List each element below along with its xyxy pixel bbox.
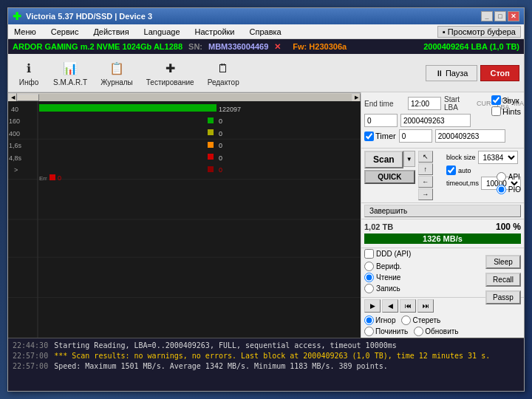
menu-item-service[interactable]: Сервис [48, 27, 82, 37]
device-lba: 2000409264 LBA (1,0 TB) [423, 42, 519, 51]
right-panel: End time Start LBA CUR End LBA MAX [361, 92, 524, 338]
size-percent-row: 1,02 TB 100 % [364, 222, 521, 232]
editor-label: Редактор [208, 78, 239, 86]
speed-badge: 1326 MB/s [364, 233, 521, 244]
scan-button[interactable]: Scan [364, 151, 403, 168]
hints-checkbox[interactable] [491, 106, 501, 116]
size-label: 1,02 TB [364, 222, 393, 231]
window-title: Victoria 5.37 HDD/SSD | Device 3 [26, 12, 152, 21]
hints-label: Hints [502, 107, 521, 116]
ddd-label: DDD (API) [376, 250, 411, 258]
pause-button[interactable]: ⏸ Пауза [426, 65, 478, 81]
close-button[interactable]: ✕ [508, 11, 519, 21]
arrow-up-icon[interactable]: ↑ [418, 163, 433, 175]
options-section: Игнор Стереть Починить [361, 314, 524, 338]
play-icon[interactable]: ▶ [364, 299, 381, 313]
ddd-checkbox[interactable] [364, 249, 374, 259]
menu-item-settings[interactable]: Настройки [192, 27, 238, 37]
smart-label: S.M.A.R.T [53, 78, 87, 86]
skip-fwd-icon[interactable]: ⏭ [417, 299, 434, 313]
ignore-radio[interactable] [364, 316, 374, 325]
fw-value: H230306a [309, 42, 347, 51]
arrow-right-icon[interactable]: → [418, 188, 433, 200]
toolbar: ℹ Инфо 📊 S.M.A.R.T 📋 Журналы ✚ Тестирова… [8, 54, 524, 92]
cur-val-input[interactable] [364, 114, 398, 127]
svg-text:40: 40 [11, 106, 18, 113]
stop-button[interactable]: Стоп [480, 65, 519, 81]
finish-row: Завершить [361, 203, 524, 219]
scroll-thumb[interactable] [17, 94, 39, 101]
menu-item-actions[interactable]: Действия [90, 27, 132, 37]
write-radio[interactable] [364, 284, 374, 293]
scroll-right-icon[interactable]: ▶ [352, 93, 361, 102]
sound-checkbox[interactable] [491, 95, 501, 105]
menu-bar: Меню Сервис Действия Language Настройки … [8, 24, 524, 39]
svg-text:122097: 122097 [219, 106, 241, 113]
block-size-row: block size 16384 [446, 151, 521, 164]
skip-back-icon[interactable]: ⏮ [400, 299, 416, 313]
svg-rect-22 [208, 154, 214, 160]
auto-label: auto [458, 167, 471, 174]
svg-text:0: 0 [219, 166, 222, 174]
scroll-track[interactable] [17, 94, 352, 101]
toolbar-right: ⏸ Пауза Стоп [426, 65, 519, 81]
pause-label: Пауза [446, 69, 468, 78]
info-button[interactable]: ℹ Инфо [13, 58, 45, 89]
ignore-label: Игнор [375, 316, 395, 324]
pio-radio[interactable] [497, 185, 506, 194]
auto-checkbox[interactable] [446, 166, 456, 175]
arrow-up-left-icon[interactable]: ↖ [418, 151, 433, 163]
sn-label: SN: [188, 42, 202, 51]
pio-label: PIO [508, 185, 521, 194]
quick-button[interactable]: QUICK [364, 170, 415, 184]
minimize-button[interactable]: _ [481, 11, 493, 21]
read-radio[interactable] [364, 273, 374, 282]
api-radio[interactable] [497, 172, 506, 182]
hints-row: Hints [491, 106, 521, 116]
menu-item-menu[interactable]: Меню [11, 27, 39, 37]
menu-item-language[interactable]: Language [141, 27, 183, 37]
graph-svg: 40 160 400 1,6s 4,8s > 122097 0 0 0 0 0 [8, 101, 361, 338]
block-size-select[interactable]: 16384 [478, 151, 518, 164]
timer-label: Timer [375, 132, 396, 140]
smart-icon: 📊 [61, 60, 79, 78]
write-label: Запись [376, 284, 400, 293]
ignore-erase-row: Игнор Стереть [364, 316, 521, 325]
testing-label: Тестирование [146, 78, 194, 86]
refresh-radio[interactable] [414, 327, 423, 336]
timer-checkbox[interactable] [364, 132, 374, 141]
timer-input[interactable] [399, 129, 432, 143]
maximize-button[interactable]: □ [494, 11, 506, 21]
view-buffer-button[interactable]: ▪ Просмотр буфера [437, 26, 521, 38]
editor-button[interactable]: 🗒 Редактор [202, 58, 245, 89]
recall-button[interactable]: Recall [485, 273, 521, 287]
journals-button[interactable]: 📋 Журналы [95, 58, 138, 89]
graph-area: 40 160 400 1,6s 4,8s > 122097 0 0 0 0 0 [8, 101, 361, 338]
fix-option: Починить [364, 327, 408, 336]
nav-arrows: ↖ ↑ ← → [418, 151, 443, 200]
log-text-2: *** Scan results: no warnings, no errors… [54, 351, 490, 361]
end-lba-input[interactable] [400, 114, 471, 127]
erase-radio[interactable] [401, 316, 411, 325]
testing-button[interactable]: ✚ Тестирование [141, 58, 200, 89]
erase-option: Стереть [401, 316, 440, 325]
scan-dropdown-icon[interactable]: ▼ [403, 151, 415, 167]
passp-button[interactable]: Passp [485, 290, 521, 304]
arrow-left-icon[interactable]: ← [418, 176, 433, 188]
log-line-1: 22:44:30 Starting Reading, LBA=0..200040… [13, 341, 519, 351]
svg-rect-23 [208, 166, 214, 172]
fix-radio[interactable] [364, 327, 374, 336]
block-size-label: block size [446, 154, 476, 161]
timer-val2-input[interactable] [435, 129, 505, 143]
verif-radio[interactable] [364, 262, 374, 271]
svg-rect-19 [208, 117, 214, 123]
end-time-input[interactable] [408, 97, 441, 110]
sleep-button[interactable]: Sleep [485, 255, 521, 269]
smart-button[interactable]: 📊 S.M.A.R.T [48, 58, 92, 89]
menu-item-help[interactable]: Справка [247, 27, 284, 37]
device-close-icon[interactable]: ✕ [274, 42, 281, 52]
finish-button[interactable]: Завершить [364, 205, 521, 217]
scroll-left-icon[interactable]: ◀ [8, 93, 17, 102]
refresh-label: Обновить [425, 327, 458, 335]
stop-pb-icon[interactable]: ◀ [382, 299, 398, 313]
